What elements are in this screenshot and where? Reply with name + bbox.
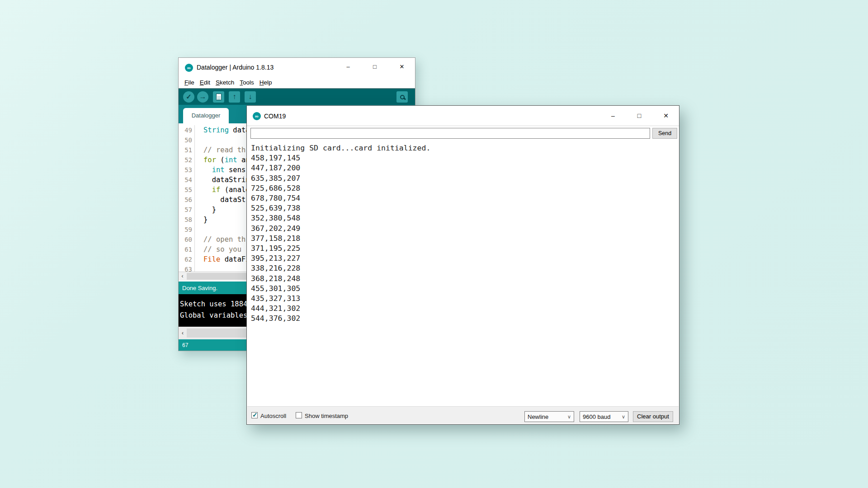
serial-minimize-button[interactable]: – (605, 106, 621, 126)
serial-input-row: Send (247, 126, 679, 140)
status-message: Done Saving. (182, 285, 217, 291)
code-text: int sens (195, 165, 245, 175)
verify-check-icon: ✓ (186, 93, 192, 101)
line-number: 59 (179, 225, 192, 235)
code-text (195, 264, 203, 272)
save-down-arrow-icon: ↓ (249, 93, 252, 100)
line-number: 51 (179, 145, 192, 155)
serial-output-line: 678,780,754 (251, 193, 679, 203)
baud-rate-dropdown[interactable]: 9600 baud ∨ (580, 411, 628, 422)
serial-output-line: 455,301,305 (251, 284, 679, 294)
magnifier-icon (400, 95, 405, 99)
scroll-left-arrow-icon[interactable]: ‹ (179, 272, 186, 281)
code-text: String data (195, 125, 250, 135)
serial-output-line: 435,327,313 (251, 294, 679, 304)
checkmark-icon: ✓ (252, 411, 258, 418)
arduino-logo-icon: ∞ (253, 112, 261, 120)
code-text: dataSt (195, 195, 245, 205)
console-scroll-left-arrow-icon[interactable]: ‹ (179, 329, 186, 337)
cursor-line-indicator: 67 (182, 342, 188, 348)
open-up-arrow-icon: ↑ (233, 93, 236, 100)
serial-output-line: 395,213,227 (251, 253, 679, 263)
verify-button[interactable]: ✓ (183, 91, 194, 103)
code-text: File dataFi (195, 254, 250, 264)
serial-close-button[interactable]: ✕ (658, 106, 674, 126)
serial-window-title: COM19 (264, 113, 286, 120)
serial-monitor-button[interactable] (396, 91, 408, 103)
code-text: if (analo (195, 185, 250, 195)
code-text: for (int an (195, 155, 250, 165)
line-number: 62 (179, 254, 192, 264)
line-ending-value: Newline (528, 413, 548, 420)
upload-button[interactable]: → (197, 91, 208, 103)
menu-item-edit[interactable]: Edit (197, 78, 213, 87)
menu-item-file[interactable]: File (182, 78, 197, 87)
line-ending-dropdown[interactable]: Newline ∨ (524, 411, 574, 422)
line-number: 52 (179, 155, 192, 165)
serial-output-line: 352,380,548 (251, 213, 679, 223)
line-number: 60 (179, 235, 192, 244)
tab-datalogger[interactable]: Datalogger (183, 108, 229, 123)
serial-maximize-button[interactable]: □ (632, 106, 647, 126)
upload-arrow-icon: → (199, 93, 207, 100)
chevron-down-icon: ∨ (567, 414, 571, 420)
serial-output-line: Initializing SD card...card initialized. (251, 143, 679, 153)
new-sketch-button[interactable] (213, 91, 224, 103)
code-text: // so you (195, 244, 245, 254)
menu-item-sketch[interactable]: Sketch (213, 78, 237, 87)
ide-titlebar[interactable]: ∞ Datalogger | Arduino 1.8.13 – □ ✕ (179, 58, 415, 77)
serial-output-line: 725,686,528 (251, 183, 679, 193)
ide-window-title: Datalogger | Arduino 1.8.13 (197, 64, 274, 71)
autoscroll-checkbox[interactable]: ✓ (251, 412, 258, 418)
serial-message-input[interactable] (250, 128, 650, 139)
line-number: 54 (179, 175, 192, 185)
ide-toolbar: ✓ → ↑ ↓ (179, 88, 415, 105)
serial-output-area[interactable]: Initializing SD card...card initialized.… (247, 140, 679, 406)
line-number: 61 (179, 244, 192, 254)
line-number: 58 (179, 215, 192, 225)
line-number: 49 (179, 125, 192, 135)
open-sketch-button[interactable]: ↑ (229, 91, 240, 103)
ide-menubar: FileEditSketchToolsHelp (179, 77, 415, 88)
ide-maximize-button[interactable]: □ (367, 58, 382, 76)
serial-monitor-window: ∞ COM19 – □ ✕ Send Initializing SD card.… (246, 105, 679, 425)
serial-output-line: 377,158,218 (251, 234, 679, 244)
code-text: } (195, 205, 216, 215)
code-text: dataStrin (195, 175, 250, 185)
line-number: 63 (179, 264, 192, 272)
send-button[interactable]: Send (652, 128, 677, 139)
serial-output-line: 458,197,145 (251, 153, 679, 163)
line-number: 53 (179, 165, 192, 175)
code-text: // read th (195, 145, 245, 155)
show-timestamp-label: Show timestamp (305, 413, 348, 419)
serial-output-line: 525,639,738 (251, 203, 679, 213)
serial-output-line: 367,202,249 (251, 224, 679, 234)
line-number: 56 (179, 195, 192, 205)
baud-rate-value: 9600 baud (583, 413, 610, 420)
show-timestamp-checkbox[interactable] (296, 412, 302, 418)
new-document-icon (216, 94, 222, 100)
serial-output-line: 368,218,248 (251, 274, 679, 284)
clear-output-button[interactable]: Clear output (633, 411, 673, 422)
autoscroll-label: Autoscroll (260, 413, 286, 419)
line-number: 55 (179, 185, 192, 195)
code-text (195, 135, 203, 145)
save-sketch-button[interactable]: ↓ (245, 91, 256, 103)
code-text: } (195, 215, 208, 225)
arduino-logo-icon: ∞ (185, 64, 193, 72)
line-number: 50 (179, 135, 192, 145)
ide-minimize-button[interactable]: – (340, 58, 356, 76)
chevron-down-icon: ∨ (622, 414, 625, 420)
serial-bottom-bar: ✓ Autoscroll Show timestamp Newline ∨ 96… (247, 406, 679, 424)
serial-titlebar[interactable]: ∞ COM19 – □ ✕ (247, 106, 679, 126)
serial-output-line: 544,376,302 (251, 314, 679, 324)
serial-output-line: 338,216,228 (251, 263, 679, 273)
code-text: // open th (195, 235, 245, 244)
menu-item-tools[interactable]: Tools (237, 78, 257, 87)
serial-output-line: 635,385,207 (251, 174, 679, 183)
menu-item-help[interactable]: Help (257, 78, 275, 87)
serial-output-line: 447,187,200 (251, 163, 679, 173)
serial-output-line: 371,195,225 (251, 244, 679, 253)
line-number: 57 (179, 205, 192, 215)
ide-close-button[interactable]: ✕ (394, 58, 410, 76)
